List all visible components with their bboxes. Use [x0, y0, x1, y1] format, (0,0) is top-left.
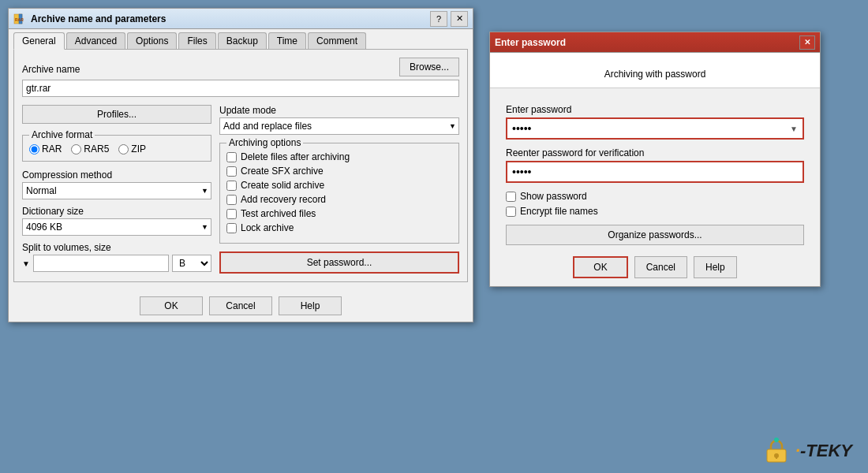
tab-time[interactable]: Time	[268, 32, 306, 49]
format-rar5-label: RAR5	[84, 143, 109, 155]
encrypt-names-cb[interactable]	[506, 207, 516, 217]
password-section-header: Archiving with password	[490, 53, 820, 88]
dictionary-select[interactable]: 4096 KB 128 KB 256 KB 512 KB	[22, 218, 211, 236]
svg-text:RAR: RAR	[15, 17, 24, 22]
encrypt-names-label: Encrypt file names	[520, 206, 598, 217]
option-lock[interactable]: Lock archive	[226, 222, 452, 233]
winrar-icon: RAR	[13, 13, 26, 25]
show-password-row[interactable]: Show password	[506, 191, 804, 202]
enter-password-label: Enter password	[506, 104, 804, 115]
password-ok-button[interactable]: OK	[573, 256, 627, 278]
tab-options[interactable]: Options	[127, 32, 177, 49]
compression-label: Compression method	[22, 169, 211, 181]
format-rar[interactable]: RAR	[29, 143, 62, 155]
password-help-button[interactable]: Help	[694, 256, 737, 278]
dictionary-label: Dictionary size	[22, 206, 211, 217]
option-lock-cb[interactable]	[226, 223, 237, 233]
option-test-cb[interactable]	[226, 209, 237, 219]
password-dialog-title: Enter password	[495, 37, 566, 48]
option-recovery-label: Add recovery record	[241, 194, 326, 205]
organize-passwords-button[interactable]: Organize passwords...	[506, 225, 804, 245]
archiving-options-label: Archiving options	[226, 137, 303, 148]
tab-advanced[interactable]: Advanced	[66, 32, 125, 49]
browse-button[interactable]: Browse...	[399, 58, 459, 76]
split-input[interactable]	[33, 255, 169, 272]
split-unit-select[interactable]: B KB MB GB	[172, 255, 211, 272]
update-mode-label: Update mode	[219, 105, 459, 116]
format-zip-label: ZIP	[131, 143, 146, 155]
option-delete-files-cb[interactable]	[226, 152, 237, 162]
option-delete-files[interactable]: Delete files after archiving	[226, 151, 452, 162]
option-delete-files-label: Delete files after archiving	[241, 151, 350, 162]
option-recovery-cb[interactable]	[226, 195, 237, 205]
password-cancel-button[interactable]: Cancel	[634, 256, 687, 278]
update-mode-select[interactable]: Add and replace files Update and add fil…	[219, 117, 459, 135]
option-solid-label: Create solid archive	[241, 180, 324, 191]
format-rar5-radio[interactable]	[71, 144, 81, 155]
archive-name-label: Archive name	[22, 64, 80, 75]
tab-content-general: Archive name Browse... Profiles... Archi…	[13, 49, 468, 282]
tab-bar: General Advanced Options Files Backup Ti…	[9, 29, 473, 49]
main-cancel-button[interactable]: Cancel	[209, 296, 272, 315]
format-rar-radio[interactable]	[29, 144, 39, 155]
teky-logo: ·-TEKY	[762, 437, 852, 465]
enter-password-wrap: ▼	[506, 117, 804, 140]
close-icon-btn[interactable]: ✕	[451, 11, 468, 27]
archive-format-label: Archive format	[29, 129, 95, 140]
password-dropdown-arrow[interactable]: ▼	[785, 125, 803, 133]
archive-name-input[interactable]	[22, 80, 459, 97]
password-section-title: Archiving with password	[604, 69, 706, 80]
set-password-button[interactable]: Set password...	[219, 251, 459, 274]
show-password-cb[interactable]	[506, 192, 516, 202]
main-help-button[interactable]: Help	[279, 296, 342, 315]
reenter-password-input[interactable]	[507, 162, 803, 181]
format-rar-label: RAR	[42, 143, 62, 155]
format-rar5[interactable]: RAR5	[71, 143, 109, 155]
password-body: Enter password ▼ Reenter password for ve…	[490, 96, 820, 286]
tab-files[interactable]: Files	[178, 32, 215, 49]
profiles-button[interactable]: Profiles...	[22, 105, 211, 124]
option-recovery[interactable]: Add recovery record	[226, 194, 452, 205]
tab-general[interactable]: General	[13, 32, 65, 50]
main-window-title: Archive name and parameters	[31, 13, 166, 24]
main-title-bar: RAR Archive name and parameters ? ✕	[9, 9, 473, 29]
enter-password-input[interactable]	[507, 119, 785, 138]
tab-comment[interactable]: Comment	[308, 32, 366, 49]
teky-lock-icon	[762, 437, 791, 465]
option-solid-cb[interactable]	[226, 181, 237, 191]
option-solid[interactable]: Create solid archive	[226, 180, 452, 191]
format-zip[interactable]: ZIP	[118, 143, 146, 155]
password-close-btn[interactable]: ✕	[799, 35, 815, 50]
format-zip-radio[interactable]	[118, 144, 129, 155]
compression-select[interactable]: Normal Store Fastest Fast Good Best	[22, 182, 211, 199]
option-sfx-cb[interactable]	[226, 166, 237, 177]
help-icon-btn[interactable]: ?	[430, 11, 447, 27]
option-sfx-label: Create SFX archive	[241, 166, 324, 177]
option-test-label: Test archived files	[241, 208, 316, 219]
show-password-label: Show password	[520, 191, 587, 202]
option-lock-label: Lock archive	[241, 222, 294, 233]
option-test[interactable]: Test archived files	[226, 208, 452, 219]
svg-point-6	[774, 438, 779, 442]
option-sfx[interactable]: Create SFX archive	[226, 166, 452, 177]
split-arrow-icon: ▼	[22, 259, 30, 268]
main-ok-button[interactable]: OK	[140, 296, 203, 315]
reenter-password-wrap	[506, 161, 804, 183]
tab-backup[interactable]: Backup	[218, 32, 267, 49]
split-label: Split to volumes, size	[22, 242, 211, 253]
main-window: RAR Archive name and parameters ? ✕ Gene…	[8, 8, 473, 322]
reenter-password-label: Reenter password for verification	[506, 147, 804, 158]
teky-text: ·-TEKY	[795, 441, 852, 461]
password-title-bar: Enter password ✕	[490, 32, 820, 53]
password-dialog: Enter password ✕ Archiving with password…	[489, 32, 821, 287]
encrypt-names-row[interactable]: Encrypt file names	[506, 206, 804, 217]
svg-rect-5	[776, 456, 777, 459]
